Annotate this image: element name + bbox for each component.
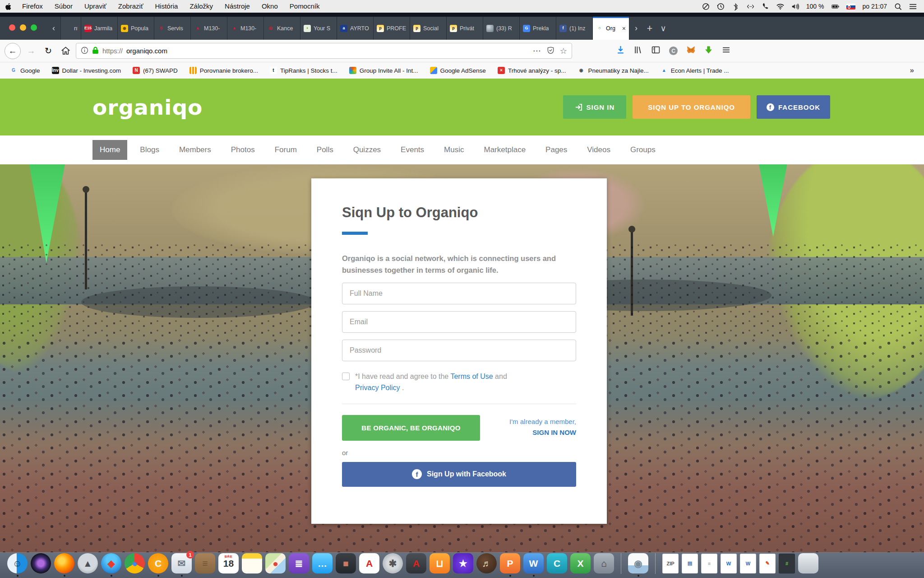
menu-item[interactable]: História [149,0,184,13]
office-c[interactable]: C [547,553,567,573]
bookmark-tipranks[interactable]: t TipRanks | Stocks t... [270,67,337,74]
tab-inz[interactable]: f (1) Inz × [556,17,593,40]
photos[interactable]: ◉ [628,553,648,573]
tab-prekla[interactable]: G Prekla × [520,17,556,40]
site-nav-item[interactable]: Videos [580,140,618,160]
new-tab-button[interactable]: + [643,17,656,40]
siri[interactable] [31,553,51,573]
site-nav-item[interactable]: Members [172,140,218,160]
extension-c-icon[interactable]: C [669,47,678,55]
tab-profe[interactable]: p PROFE × [374,17,410,40]
menu-item[interactable]: Upraviť [79,0,112,13]
firefox[interactable] [54,553,74,573]
menubar-clock[interactable]: po 21:07 [863,3,887,10]
garageband[interactable]: ♬ [476,553,497,573]
agree-checkbox[interactable] [342,373,350,380]
excel[interactable]: X [570,553,591,573]
downloads-icon[interactable] [616,46,625,56]
sign-in-now-link[interactable]: SIGN IN NOW [509,429,576,436]
menu-item[interactable]: Záložky [184,0,219,13]
metamask-fox-icon[interactable] [687,46,695,56]
site-nav-item[interactable]: Music [437,140,471,160]
scroll-tabs-right-button[interactable]: › [629,17,643,40]
site-nav-item[interactable]: Marketplace [476,140,533,160]
battery-icon[interactable] [832,3,839,10]
do-not-disturb-icon[interactable] [702,3,710,10]
mail[interactable]: ✉ 1 [171,553,192,573]
time-machine-icon[interactable] [717,3,725,10]
remote-desktop[interactable]: ⌂ [594,553,614,573]
notes[interactable] [242,553,262,573]
tab-33-r[interactable]: (33) R × [483,17,520,40]
library-icon[interactable] [634,46,642,56]
facebook-signup-button[interactable]: f Sign Up with Facebook [342,462,576,487]
tab-ayrto[interactable]: a AYRTO × [337,17,374,40]
bluetooth-icon[interactable] [732,3,739,10]
tab-servis[interactable]: S Servis × [154,17,191,40]
home-button[interactable] [59,44,72,58]
finder[interactable]: ☺ [7,553,28,573]
site-nav-item[interactable]: Events [393,140,431,160]
powerpoint[interactable]: P [500,553,520,573]
apple-menu-icon[interactable] [0,2,16,10]
email-field[interactable] [342,311,576,333]
bookmark-swapd[interactable]: N (67) SWAPD [133,67,178,74]
menu-item[interactable]: Súbor [49,0,79,13]
menu-hamburger-icon[interactable] [722,46,730,56]
spotlight-search-icon[interactable] [894,3,902,10]
page-actions-icon[interactable]: ··· [533,47,541,55]
site-nav-item[interactable]: Photos [224,140,262,160]
scroll-tabs-left-button[interactable]: ‹ [47,17,60,40]
menu-item[interactable]: Pomocník [284,0,326,13]
menu-item[interactable]: Okno [256,0,284,13]
site-info-icon[interactable] [81,47,88,56]
privacy-policy-link[interactable]: Privacy Policy [355,384,400,392]
facebook-header-button[interactable]: f FACEBOOK [757,95,830,119]
site-nav-item[interactable]: Forum [268,140,304,160]
cointracking[interactable]: C [148,553,168,573]
close-tab-icon[interactable]: × [622,25,626,32]
url-bar[interactable]: https://organiqo.com ··· ☆ [76,43,572,59]
site-nav-item[interactable]: Pages [538,140,574,160]
bookmark-porovnanie[interactable]: Porovnanie brokero... [189,67,258,74]
terms-of-use-link[interactable]: Terms of Use [450,373,493,380]
stack-word-doc-2[interactable]: W [740,554,756,573]
word[interactable]: W [523,553,544,573]
site-nav-item[interactable]: Groups [623,140,663,160]
back-button[interactable]: ← [5,43,21,59]
site-nav-item[interactable]: Polls [310,140,341,160]
tab-m130-1[interactable]: ▲ M130- × [191,17,227,40]
zoom-window-button[interactable] [31,24,37,31]
wifi-icon[interactable] [776,3,784,10]
calendar[interactable]: BŘE 18 [218,553,239,573]
tab-kance[interactable]: ◎ Kance × [264,17,300,40]
password-field[interactable] [342,340,576,361]
notification-center-icon[interactable] [909,3,917,10]
ibooks[interactable]: ⊔ [430,553,450,573]
tab-privat[interactable]: p Privát × [447,17,483,40]
stack-paint-doc[interactable]: ✎ [759,554,776,573]
video-download-helper-icon[interactable] [704,46,713,56]
safari[interactable]: ◆ [101,553,121,573]
sidebar-icon[interactable] [651,46,660,56]
sign-up-button[interactable]: SIQN UP TO ORGANIQO [633,95,750,119]
stack-word-doc[interactable]: W [721,554,737,573]
site-nav-item[interactable]: Blogs [133,140,166,160]
bookmark-group-invite[interactable]: Group Invite All - Int... [349,67,418,74]
tab-jarmila[interactable]: E15 Jarmila × [81,17,118,40]
phone-icon[interactable] [762,3,769,10]
reload-button[interactable]: ↻ [42,44,55,58]
tab-social[interactable]: p Social × [410,17,447,40]
forward-button[interactable]: → [24,44,38,58]
dev-brackets-icon[interactable] [747,3,754,10]
sign-in-button[interactable]: SIGN IN [563,95,627,119]
tab-popula[interactable]: Popula × [118,17,154,40]
bookmarks-overflow-chevron[interactable]: » [910,66,914,75]
bookmark-star-icon[interactable]: ☆ [560,46,567,56]
https-lock-icon[interactable] [92,47,99,56]
volume-icon[interactable] [791,3,799,10]
imovie[interactable]: ★ [453,553,473,573]
ibooks-author[interactable]: ≣ [289,553,309,573]
menu-item[interactable]: Zobraziť [112,0,149,13]
organiqo-logo[interactable]: organiqo [92,95,203,120]
